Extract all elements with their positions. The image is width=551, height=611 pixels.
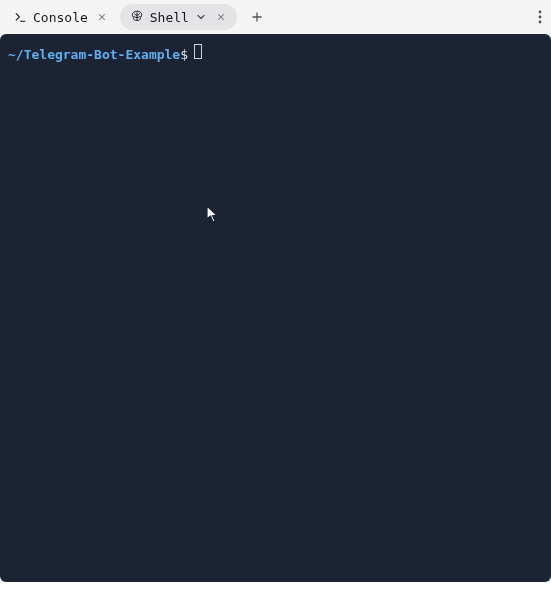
chevron-down-icon[interactable] (195, 11, 207, 23)
svg-point-9 (539, 16, 542, 19)
bottom-strip (0, 582, 551, 611)
more-menu-icon[interactable] (531, 8, 549, 26)
svg-point-10 (539, 21, 542, 24)
close-icon[interactable] (213, 9, 229, 25)
tab-shell-label: Shell (150, 10, 189, 25)
terminal-cursor (194, 44, 202, 59)
prompt-symbol: $ (180, 46, 188, 64)
tab-bar: Console Shell (0, 0, 551, 34)
console-icon (14, 11, 27, 24)
tab-shell[interactable]: Shell (120, 4, 237, 30)
terminal-prompt-line: ~/Telegram-Bot-Example$ (8, 44, 543, 64)
shell-icon (130, 10, 144, 24)
close-icon[interactable] (94, 9, 110, 25)
tab-console-label: Console (33, 10, 88, 25)
tab-console[interactable]: Console (4, 4, 118, 30)
new-tab-button[interactable] (245, 5, 269, 29)
prompt-path: ~/Telegram-Bot-Example (8, 46, 180, 64)
terminal-pane[interactable]: ~/Telegram-Bot-Example$ (0, 34, 551, 582)
svg-point-8 (539, 11, 542, 14)
